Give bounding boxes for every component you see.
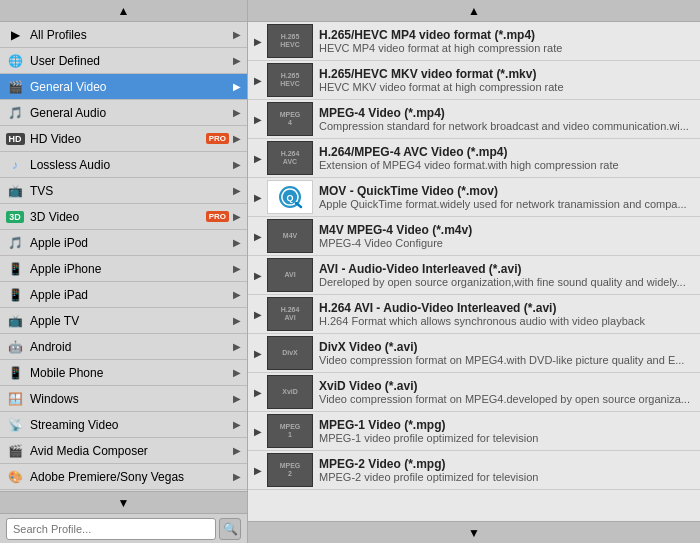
adobe-icon: 🎨	[6, 468, 24, 486]
right-list-item[interactable]: ▶M4VM4V MPEG-4 Video (*.m4v)MPEG-4 Video…	[248, 217, 700, 256]
right-scroll-up[interactable]: ▲	[248, 0, 700, 22]
format-description: Compression standard for network broadca…	[319, 120, 694, 132]
sidebar-item-apple-tv[interactable]: 📺Apple TV▶	[0, 308, 247, 334]
right-list-item[interactable]: ▶H.265 HEVCH.265/HEVC MP4 video format (…	[248, 22, 700, 61]
item-arrow: ▶	[233, 237, 241, 248]
music-icon: ♪	[6, 156, 24, 174]
sidebar-item-lossless-audio[interactable]: ♪Lossless Audio▶	[0, 152, 247, 178]
item-arrow: ▶	[233, 419, 241, 430]
format-thumbnail: MPEG 2	[267, 453, 313, 487]
right-list-item[interactable]: ▶H.264 AVIH.264 AVI - Audio-Video Interl…	[248, 295, 700, 334]
format-text: M4V MPEG-4 Video (*.m4v)MPEG-4 Video Con…	[319, 223, 694, 249]
item-arrow: ▶	[233, 29, 241, 40]
sidebar-item-apple-iphone[interactable]: 📱Apple iPhone▶	[0, 256, 247, 282]
sidebar-item-label: Windows	[30, 392, 229, 406]
item-expand-arrow: ▶	[254, 348, 262, 359]
item-arrow: ▶	[233, 211, 241, 222]
windows-icon: 🪟	[6, 390, 24, 408]
item-arrow: ▶	[233, 315, 241, 326]
sidebar-item-general-audio[interactable]: 🎵General Audio▶	[0, 100, 247, 126]
right-list-item[interactable]: ▶XviDXviD Video (*.avi)Video compression…	[248, 373, 700, 412]
item-expand-arrow: ▶	[254, 426, 262, 437]
left-scroll-down[interactable]: ▼	[0, 491, 247, 513]
svg-line-2	[296, 203, 301, 207]
item-expand-arrow: ▶	[254, 75, 262, 86]
item-expand-arrow: ▶	[254, 309, 262, 320]
sidebar-item-tvs[interactable]: 📺TVS▶	[0, 178, 247, 204]
format-description: Dereloped by open source organization,wi…	[319, 276, 694, 288]
scroll-down-arrow: ▼	[118, 496, 130, 510]
format-thumbnail: XviD	[267, 375, 313, 409]
sidebar-item-mobile-phone[interactable]: 📱Mobile Phone▶	[0, 360, 247, 386]
search-input[interactable]	[6, 518, 216, 540]
item-arrow: ▶	[233, 263, 241, 274]
format-title: XviD Video (*.avi)	[319, 379, 694, 393]
right-list-item[interactable]: ▶AVIAVI - Audio-Video Interleaved (*.avi…	[248, 256, 700, 295]
3d-icon: 3D	[6, 208, 24, 226]
pro-badge: PRO	[206, 133, 229, 144]
format-text: XviD Video (*.avi)Video compression form…	[319, 379, 694, 405]
right-list-item[interactable]: ▶H.264 AVCH.264/MPEG-4 AVC Video (*.mp4)…	[248, 139, 700, 178]
sidebar-item-3d-video[interactable]: 3D3D VideoPRO▶	[0, 204, 247, 230]
hd-icon: HD	[6, 130, 24, 148]
search-bar: 🔍	[0, 513, 247, 543]
format-title: MOV - QuickTime Video (*.mov)	[319, 184, 694, 198]
sidebar-item-hd-video[interactable]: HDHD VideoPRO▶	[0, 126, 247, 152]
sidebar-item-label: Android	[30, 340, 229, 354]
sidebar-item-label: Apple iPad	[30, 288, 229, 302]
format-title: MPEG-2 Video (*.mpg)	[319, 457, 694, 471]
right-list-item[interactable]: ▶QMOV - QuickTime Video (*.mov)Apple Qui…	[248, 178, 700, 217]
format-thumbnail: M4V	[267, 219, 313, 253]
format-text: H.265/HEVC MKV video format (*.mkv)HEVC …	[319, 67, 694, 93]
sidebar-item-all-profiles[interactable]: ▶All Profiles▶	[0, 22, 247, 48]
right-list-item[interactable]: ▶MPEG 2MPEG-2 Video (*.mpg)MPEG-2 video …	[248, 451, 700, 490]
item-arrow: ▶	[233, 393, 241, 404]
right-list-item[interactable]: ▶DivXDivX Video (*.avi)Video compression…	[248, 334, 700, 373]
search-button[interactable]: 🔍	[219, 518, 241, 540]
sidebar-item-general-video[interactable]: 🎬General Video▶	[0, 74, 247, 100]
format-title: MPEG-4 Video (*.mp4)	[319, 106, 694, 120]
sidebar-item-windows[interactable]: 🪟Windows▶	[0, 386, 247, 412]
item-arrow: ▶	[233, 81, 241, 92]
format-thumbnail: DivX	[267, 336, 313, 370]
sidebar-item-apple-ipad[interactable]: 📱Apple iPad▶	[0, 282, 247, 308]
format-text: H.264 AVI - Audio-Video Interleaved (*.a…	[319, 301, 694, 327]
item-expand-arrow: ▶	[254, 270, 262, 281]
format-description: Apple QuickTime format.widely used for n…	[319, 198, 694, 210]
format-text: MPEG-2 Video (*.mpg)MPEG-2 video profile…	[319, 457, 694, 483]
format-description: MPEG-1 video profile optimized for telev…	[319, 432, 694, 444]
format-thumbnail: MPEG 4	[267, 102, 313, 136]
item-expand-arrow: ▶	[254, 231, 262, 242]
format-text: H.265/HEVC MP4 video format (*.mp4)HEVC …	[319, 28, 694, 54]
sidebar-item-adobe-premiere[interactable]: 🎨Adobe Premiere/Sony Vegas▶	[0, 464, 247, 490]
format-title: DivX Video (*.avi)	[319, 340, 694, 354]
sidebar-item-label: Mobile Phone	[30, 366, 229, 380]
right-list-item[interactable]: ▶MPEG 1MPEG-1 Video (*.mpg)MPEG-1 video …	[248, 412, 700, 451]
item-arrow: ▶	[233, 367, 241, 378]
right-list-item[interactable]: ▶H.265 HEVCH.265/HEVC MKV video format (…	[248, 61, 700, 100]
format-description: MPEG-2 video profile optimized for telev…	[319, 471, 694, 483]
right-scroll-down[interactable]: ▼	[248, 521, 700, 543]
sidebar-item-streaming-video[interactable]: 📡Streaming Video▶	[0, 412, 247, 438]
sidebar-item-apple-ipod[interactable]: 🎵Apple iPod▶	[0, 230, 247, 256]
left-scroll-up[interactable]: ▲	[0, 0, 247, 22]
right-list-item[interactable]: ▶MPEG 4MPEG-4 Video (*.mp4)Compression s…	[248, 100, 700, 139]
format-thumbnail: Q	[267, 180, 313, 214]
sidebar-item-user-defined[interactable]: 🌐User Defined▶	[0, 48, 247, 74]
iphone-icon: 📱	[6, 260, 24, 278]
format-description: MPEG-4 Video Configure	[319, 237, 694, 249]
item-arrow: ▶	[233, 159, 241, 170]
sidebar-item-label: Adobe Premiere/Sony Vegas	[30, 470, 229, 484]
globe-icon: 🌐	[6, 52, 24, 70]
format-description: HEVC MKV video format at high compressio…	[319, 81, 694, 93]
format-thumbnail: H.264 AVC	[267, 141, 313, 175]
item-arrow: ▶	[233, 471, 241, 482]
sidebar-item-avid-media-composer[interactable]: 🎬Avid Media Composer▶	[0, 438, 247, 464]
mobile-icon: 📱	[6, 364, 24, 382]
format-title: MPEG-1 Video (*.mpg)	[319, 418, 694, 432]
format-text: DivX Video (*.avi)Video compression form…	[319, 340, 694, 366]
item-expand-arrow: ▶	[254, 153, 262, 164]
sidebar-item-android[interactable]: 🤖Android▶	[0, 334, 247, 360]
right-scroll-up-arrow: ▲	[468, 4, 480, 18]
right-panel: ▲ ▶H.265 HEVCH.265/HEVC MP4 video format…	[248, 0, 700, 543]
